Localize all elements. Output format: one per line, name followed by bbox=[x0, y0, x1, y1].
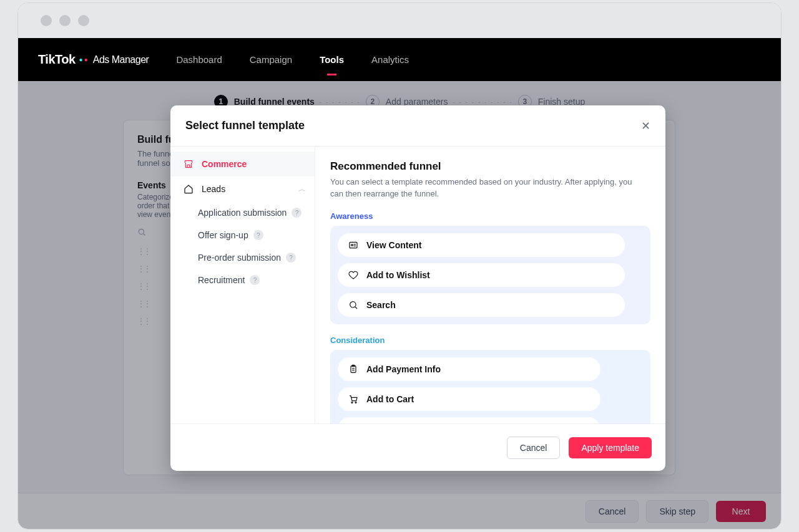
category-leads[interactable]: Leads ︿ bbox=[170, 177, 315, 201]
nav-analytics[interactable]: Analytics bbox=[371, 54, 409, 65]
apply-template-button[interactable]: Apply template bbox=[569, 437, 652, 458]
help-icon[interactable]: ? bbox=[250, 275, 260, 285]
recommended-funnel-desc: You can select a template recommended ba… bbox=[330, 177, 642, 200]
nav-tools-label: Tools bbox=[320, 54, 344, 65]
svg-rect-2 bbox=[350, 242, 357, 248]
select-funnel-template-modal: Select funnel template ✕ Commerce Leads … bbox=[170, 105, 665, 471]
modal-header: Select funnel template ✕ bbox=[170, 105, 665, 147]
modal-title: Select funnel template bbox=[185, 119, 305, 132]
recommended-funnel-title: Recommended funnel bbox=[330, 160, 650, 173]
event-pill-add-to-cart[interactable]: Add to Cart bbox=[338, 387, 600, 411]
modal-cancel-button[interactable]: Cancel bbox=[507, 437, 561, 459]
home-icon bbox=[183, 184, 194, 194]
event-pill-initiate-checkout[interactable]: Initiate Checkout bbox=[338, 417, 600, 423]
top-nav: TikTok ●● Ads Manager Dashboard Campaign… bbox=[18, 38, 781, 81]
nav-active-underline bbox=[327, 74, 336, 75]
svg-point-8 bbox=[351, 402, 353, 403]
leads-sub-preorder-submission[interactable]: Pre-order submission ? bbox=[170, 246, 315, 269]
help-icon[interactable]: ? bbox=[253, 230, 263, 240]
brand-dots-icon: ●● bbox=[79, 56, 89, 63]
template-preview-panel: Recommended funnel You can select a temp… bbox=[315, 147, 665, 423]
event-pill-label: Add to Wishlist bbox=[366, 270, 430, 280]
clipboard-icon bbox=[348, 364, 359, 375]
event-pill-label: Search bbox=[366, 300, 396, 310]
stage-box-awareness: View Content Add to Wishlist Search bbox=[330, 226, 650, 324]
brand: TikTok ●● Ads Manager bbox=[38, 52, 149, 67]
heart-icon bbox=[348, 269, 359, 281]
event-pill-label: Add to Cart bbox=[366, 394, 414, 404]
nav-tools[interactable]: Tools bbox=[320, 54, 344, 65]
brand-name: TikTok bbox=[38, 52, 76, 67]
template-category-sidebar: Commerce Leads ︿ Application submission … bbox=[170, 147, 315, 423]
subitem-label: Recruitment bbox=[198, 275, 245, 285]
subitem-label: Pre-order submission bbox=[198, 253, 281, 263]
event-pill-label: View Content bbox=[366, 240, 421, 250]
browser-frame: TikTok ●● Ads Manager Dashboard Campaign… bbox=[17, 2, 782, 530]
leads-sub-recruitment[interactable]: Recruitment ? bbox=[170, 269, 315, 291]
category-leads-label: Leads bbox=[202, 184, 225, 194]
event-pill-label: Add Payment Info bbox=[366, 364, 441, 374]
nav-dashboard[interactable]: Dashboard bbox=[176, 54, 222, 65]
modal-body: Commerce Leads ︿ Application submission … bbox=[170, 147, 665, 423]
help-icon[interactable]: ? bbox=[286, 253, 296, 263]
event-pill-view-content[interactable]: View Content bbox=[338, 233, 625, 257]
nav-campaign[interactable]: Campaign bbox=[250, 54, 292, 65]
traffic-dot bbox=[59, 15, 71, 26]
brand-sub: Ads Manager bbox=[93, 54, 149, 65]
svg-point-9 bbox=[355, 402, 356, 403]
storefront-icon bbox=[183, 159, 194, 169]
chevron-up-icon: ︿ bbox=[298, 184, 306, 195]
close-icon[interactable]: ✕ bbox=[641, 119, 650, 133]
subitem-label: Offer sign-up bbox=[198, 230, 248, 240]
event-pill-add-to-wishlist[interactable]: Add to Wishlist bbox=[338, 263, 625, 287]
svg-point-4 bbox=[350, 301, 356, 307]
stage-label-consideration: Consideration bbox=[330, 336, 650, 345]
category-commerce-label: Commerce bbox=[202, 159, 247, 169]
traffic-dot bbox=[78, 15, 89, 26]
event-pill-search[interactable]: Search bbox=[338, 293, 625, 317]
eye-icon bbox=[348, 239, 359, 251]
svg-point-3 bbox=[351, 244, 353, 246]
browser-chrome bbox=[18, 3, 781, 38]
stage-box-consideration: Add Payment Info Add to Cart Initiate Ch… bbox=[330, 350, 650, 423]
search-icon bbox=[348, 299, 359, 311]
help-icon[interactable]: ? bbox=[292, 208, 301, 218]
svg-line-5 bbox=[355, 307, 357, 309]
subitem-label: Application submission bbox=[198, 208, 287, 218]
category-commerce[interactable]: Commerce bbox=[170, 152, 315, 177]
modal-footer: Cancel Apply template bbox=[170, 423, 665, 471]
traffic-dot bbox=[41, 15, 52, 26]
leads-sub-offer-signup[interactable]: Offer sign-up ? bbox=[170, 224, 315, 246]
leads-sub-application-submission[interactable]: Application submission ? bbox=[170, 201, 315, 224]
event-pill-add-payment-info[interactable]: Add Payment Info bbox=[338, 357, 600, 381]
stage-label-awareness: Awareness bbox=[330, 211, 650, 221]
cart-icon bbox=[348, 394, 359, 405]
